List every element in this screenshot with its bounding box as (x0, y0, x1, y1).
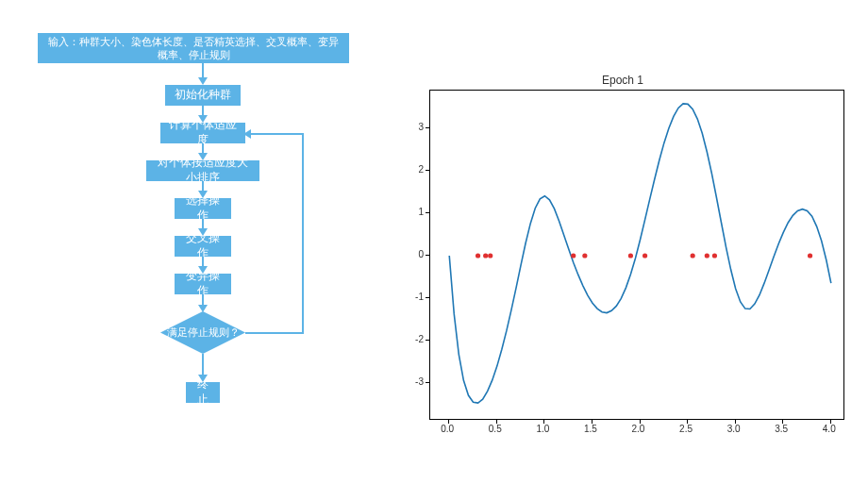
chart-ytick-label: 3 (418, 122, 424, 132)
chart-ytick-label: 2 (418, 164, 424, 175)
flow-node-init: 初始化种群 (165, 85, 241, 106)
chart-point (705, 253, 709, 258)
flow-node-sort: 对个体按适应度大小排序 (146, 160, 259, 181)
chart-point (582, 253, 587, 258)
chart-series-curve (449, 104, 831, 403)
flow-node-cross: 交叉操作 (175, 236, 231, 257)
chart-xtick-label: 2.0 (632, 424, 645, 434)
flow-node-decision: 满足停止规则？ (160, 311, 245, 354)
chart-xtick-label: 3.5 (775, 424, 788, 434)
flow-node-select: 选择操作 (175, 198, 231, 219)
flow-node-end: 终止 (186, 382, 220, 403)
flow-node-mutate: 变异操作 (175, 274, 231, 294)
chart-ytick-label: 0 (418, 249, 424, 259)
flow-node-input: 输入：种群大小、染色体长度、是否精英选择、交叉概率、变异概率、停止规则 (38, 33, 349, 63)
chart-ytick-label: -3 (415, 376, 424, 387)
chart-point (691, 253, 695, 258)
flowchart-panel: 输入：种群大小、染色体长度、是否精英选择、交叉概率、变异概率、停止规则 初始化种… (0, 0, 377, 484)
chart-point (628, 253, 633, 258)
chart-xtick-label: 0.0 (441, 424, 454, 434)
chart-panel: Epoch 1 -3-2-101230.00.51.01.52.02.53.03… (377, 0, 868, 484)
chart-ytick-label: -2 (415, 334, 424, 344)
chart-xtick-label: 1.5 (584, 424, 597, 434)
chart-title: Epoch 1 (377, 74, 868, 87)
chart-point (571, 253, 576, 258)
chart-xtick-label: 4.0 (823, 424, 836, 434)
chart-xtick-label: 0.5 (489, 424, 502, 434)
flow-node-fitness: 计算个体适应度 (160, 123, 245, 143)
chart-point (643, 253, 647, 258)
chart-point (476, 253, 480, 258)
chart-point (488, 253, 492, 258)
chart-plot-area (429, 90, 844, 420)
chart-xtick-label: 2.5 (679, 424, 693, 434)
chart-xtick-label: 3.0 (727, 424, 741, 434)
chart-ytick-label: -1 (415, 292, 424, 302)
chart-point (808, 253, 812, 258)
chart-point (483, 253, 488, 258)
flow-decision-label: 满足停止规则？ (160, 311, 245, 354)
chart-ytick-label: 1 (418, 207, 424, 217)
chart-xtick-label: 1.0 (536, 424, 549, 434)
chart-point (712, 253, 717, 258)
